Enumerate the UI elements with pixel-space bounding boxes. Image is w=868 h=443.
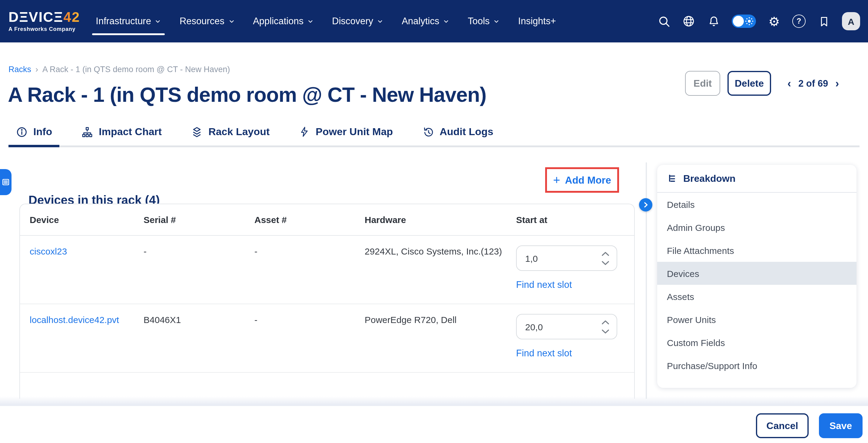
menu-tools[interactable]: Tools [468,0,500,42]
col-header-start-at: Start at [516,214,624,225]
spinner-down-icon[interactable] [601,329,609,334]
col-header-hardware: Hardware [365,214,516,225]
question-glyph: ? [797,17,801,25]
logo-text: DΞVICΞ [8,9,63,25]
detail-tabs: Info Impact Chart Rack Layout Power Unit… [8,118,860,147]
breakdown-item-admin-groups[interactable]: Admin Groups [657,216,857,239]
user-avatar[interactable]: A [842,12,860,30]
menu-insights[interactable]: Insights+ [518,0,556,42]
chevron-down-icon [493,18,500,25]
search-icon[interactable] [657,14,671,28]
devices-table-card: Device Serial # Asset # Hardware Start a… [20,204,635,399]
start-at-spinner[interactable]: 20,0 [516,314,617,339]
breakdown-item-details[interactable]: Details [657,193,857,216]
pager-next-icon[interactable]: › [835,78,840,89]
lightning-icon [299,126,310,138]
device-link[interactable]: localhost.device42.pvt [30,315,119,325]
page-actions: Edit Delete ‹ 2 of 69 › [685,71,840,96]
bookmark-icon[interactable] [817,14,831,28]
breakdown-item-purchase-support[interactable]: Purchase/Support Info [657,354,857,377]
globe-icon[interactable] [682,14,695,28]
logo-number: 42 [63,9,80,25]
chevron-right-icon [642,201,649,208]
layers-icon [191,126,203,138]
col-header-asset: Asset # [254,214,365,225]
chevron-down-icon [377,18,383,25]
tab-label: Info [33,126,52,138]
spinner-value: 20,0 [525,322,601,332]
breakdown-item-power-units[interactable]: Power Units [657,308,857,331]
menu-discovery[interactable]: Discovery [332,0,383,42]
find-next-slot-link[interactable]: Find next slot [516,279,572,290]
plus-icon: + [553,174,560,186]
top-navbar: DΞVICΞ42 A Freshworks Company Infrastruc… [0,0,868,42]
menu-label: Analytics [402,16,439,27]
tab-label: Impact Chart [99,126,162,138]
spinner-arrows [601,251,609,265]
menu-label: Infrastructure [96,16,151,27]
menu-infrastructure[interactable]: Infrastructure [96,0,161,42]
main-menu: Infrastructure Resources Applications Di… [96,0,556,42]
breadcrumb: Racks › A Rack - 1 (in QTS demo room @ C… [8,65,230,74]
menu-label: Tools [468,16,489,27]
asset-cell: - [254,315,365,325]
device42-logo[interactable]: DΞVICΞ42 A Freshworks Company [8,10,80,32]
find-next-slot-link[interactable]: Find next slot [516,348,572,359]
help-icon[interactable]: ? [792,14,806,28]
tab-power-unit-map[interactable]: Power Unit Map [291,118,400,145]
footer-shadow [0,396,868,406]
spinner-up-icon[interactable] [601,320,609,325]
table-header-row: Device Serial # Asset # Hardware Start a… [20,204,634,236]
breakdown-item-assets[interactable]: Assets [657,285,857,308]
col-header-serial: Serial # [144,214,254,225]
breakdown-item-custom-fields[interactable]: Custom Fields [657,331,857,354]
footer-bar: Cancel Save [0,406,868,443]
menu-applications[interactable]: Applications [253,0,314,42]
hardware-cell: 2924XL, Cisco Systems, Inc.(123) [365,246,516,256]
breakdown-item-file-attachments[interactable]: File Attachments [657,239,857,262]
tab-rack-layout[interactable]: Rack Layout [184,118,277,145]
side-dock-toggle[interactable] [0,169,11,195]
table-row: ciscoxl23 - - 2924XL, Cisco Systems, Inc… [20,236,634,304]
content-sidebar-divider [646,163,647,399]
menu-label: Discovery [332,16,373,27]
spinner-up-icon[interactable] [601,251,609,256]
spinner-down-icon[interactable] [601,260,609,265]
breakdown-title: Breakdown [683,173,736,184]
chevron-down-icon [155,18,161,25]
notifications-bell-icon[interactable] [707,14,720,28]
theme-toggle[interactable] [732,14,756,28]
start-at-spinner[interactable]: 1,0 [516,245,617,271]
sidebar-collapse-button[interactable] [639,198,652,211]
save-button[interactable]: Save [819,413,863,438]
device-link[interactable]: ciscoxl23 [30,246,67,256]
cancel-button[interactable]: Cancel [756,413,809,438]
tab-audit-logs[interactable]: Audit Logs [414,118,501,145]
tab-label: Audit Logs [439,126,493,138]
start-at-cell: 1,0 Find next slot [516,245,624,290]
navbar-actions: ⚙ ? A [657,12,860,30]
table-row: localhost.device42.pvt B4046X1 - PowerEd… [20,304,634,373]
delete-button[interactable]: Delete [727,71,771,96]
pager-position: 2 of 69 [798,78,828,89]
serial-cell: B4046X1 [144,315,254,325]
spinner-arrows [601,320,609,334]
tab-impact-chart[interactable]: Impact Chart [74,118,169,145]
menu-resources[interactable]: Resources [180,0,235,42]
add-more-button[interactable]: + Add More [553,174,611,186]
pager-prev-icon[interactable]: ‹ [787,78,792,89]
breakdown-item-devices[interactable]: Devices [657,262,857,285]
tab-info[interactable]: Info [8,118,59,145]
info-circle-icon [16,126,28,138]
menu-analytics[interactable]: Analytics [402,0,450,42]
edit-button[interactable]: Edit [685,71,720,96]
list-panel-icon [2,178,10,186]
breakdown-header: Breakdown [657,165,857,193]
chevron-down-icon [228,18,235,25]
asset-cell: - [254,246,365,256]
chevron-down-icon [443,18,450,25]
gear-icon[interactable]: ⚙ [768,14,781,28]
breadcrumb-racks-link[interactable]: Racks [8,65,31,74]
history-icon [422,126,434,138]
sitemap-icon [81,126,93,138]
